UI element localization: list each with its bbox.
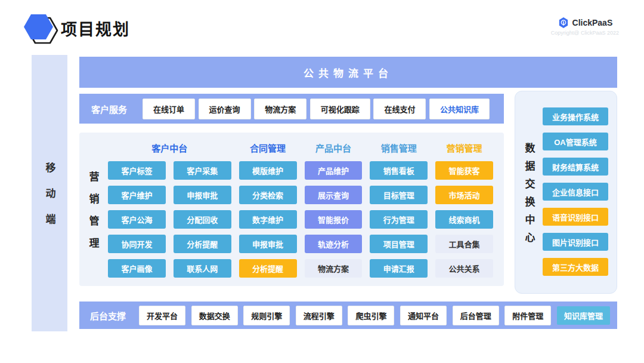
service-button[interactable]: 物流方案 [254,99,306,119]
module-button[interactable]: 申报审批 [239,235,297,253]
column-header: 销售管理 [370,140,428,155]
backend-support-bar: 后台支撑 开发平台数据交换规则引擎流程引擎爬虫引擎通知平台后台管理附件管理知识库… [79,302,617,329]
module-button[interactable]: 智能报价 [305,210,363,229]
module-button[interactable]: 客户维护 [108,186,166,204]
platform-banner-title: 公共物流平台 [304,65,393,80]
service-button[interactable]: 公共知识库 [429,99,490,119]
module-button[interactable]: 项目管理 [370,235,428,253]
module-button[interactable]: 线索商机 [435,210,493,229]
module-button[interactable]: 智能获客 [435,161,493,180]
column-header: 营销管理 [435,140,493,155]
marketing-side: 营销管理 [79,133,107,286]
module-button[interactable]: 申请汇报 [370,259,428,278]
column-header: 客户中台 [108,140,231,155]
module-button[interactable]: 模版维护 [239,161,297,180]
customer-service-bar: 客户服务 在线订单运价查询物流方案可视化跟踪在线支付公共知识库 [79,94,504,124]
column-header: 合同管理 [239,140,297,155]
copyright-text: Copyright@ ClickPaaS 2022 [551,30,619,36]
page: 项目规划 ClickPaaS Copyright@ ClickPaaS 2022… [0,0,644,363]
module-button[interactable]: 联系人网 [174,259,231,278]
module-button[interactable]: 分类检索 [239,186,297,204]
exchange-button[interactable]: 第三方大数据 [543,258,608,276]
backend-support-buttons: 开发平台数据交换规则引擎流程引擎爬虫引擎通知平台后台管理附件管理知识库管理 [139,306,610,325]
module-button[interactable]: 目标管理 [370,186,428,204]
brand: ClickPaaS Copyright@ ClickPaaS 2022 [551,17,619,36]
service-button[interactable]: 在线支付 [373,99,426,119]
marketing-grid: 客户中台合同管理产品中台销售管理营销管理客户标签客户采集模版维护产品维护销售看板… [107,133,504,286]
module-button[interactable]: 分析提醒 [174,235,231,253]
support-button[interactable]: 附件管理 [504,306,551,325]
support-button[interactable]: 规则引擎 [243,306,290,325]
support-button[interactable]: 爬虫引擎 [348,306,394,325]
support-button[interactable]: 数据交换 [191,306,238,325]
module-button[interactable]: 分析提醒 [239,259,297,278]
support-button[interactable]: 流程引擎 [296,306,342,325]
column-header: 产品中台 [305,140,363,155]
mobile-side-bar: 移动端 [32,55,67,331]
exchange-button[interactable]: OA管理系统 [543,133,608,150]
brand-name: ClickPaaS [572,18,613,27]
exchange-button[interactable]: 语音识别接口 [543,208,608,226]
module-button[interactable]: 市场活动 [435,186,493,204]
service-button[interactable]: 在线订单 [143,99,195,119]
module-button[interactable]: 客户公海 [108,210,166,229]
data-exchange-panel: 数据交换中心 业务操作系统OA管理系统财务结算系统企业信息接口语音识别接口图片识… [515,91,617,294]
data-exchange-side: 数据交换中心 [515,91,543,293]
marketing-panel: 营销管理 客户中台合同管理产品中台销售管理营销管理客户标签客户采集模版维护产品维… [79,133,504,286]
mobile-side-bar-label: 移动端 [42,162,57,239]
clickpaas-logo-icon [558,17,569,29]
module-button[interactable]: 数字维护 [239,210,297,229]
module-button[interactable]: 公共关系 [435,259,493,278]
data-exchange-side-label: 数据交换中心 [522,143,537,250]
module-button[interactable]: 客户画像 [108,259,166,278]
module-button[interactable]: 物流方案 [305,259,363,278]
exchange-button[interactable]: 企业信息接口 [543,183,608,201]
page-title: 项目规划 [61,17,130,40]
module-button[interactable]: 产品维护 [305,161,363,180]
module-button[interactable]: 销售看板 [370,161,428,180]
platform-banner: 公共物流平台 [79,57,617,88]
exchange-button[interactable]: 业务操作系统 [543,107,608,125]
customer-service-label: 客户服务 [91,103,127,115]
module-button[interactable]: 行为管理 [370,210,428,229]
marketing-side-label: 营销管理 [86,171,101,260]
support-button[interactable]: 开发平台 [139,306,185,325]
backend-support-label: 后台支撑 [90,309,126,322]
module-button[interactable]: 工具合集 [435,235,493,253]
module-button[interactable]: 轨迹分析 [305,235,363,253]
module-button[interactable]: 申报审批 [174,186,231,204]
module-button[interactable]: 展示查询 [305,186,363,204]
module-button[interactable]: 客户标签 [108,161,166,180]
module-button[interactable]: 客户采集 [174,161,231,180]
service-button[interactable]: 可视化跟踪 [310,99,370,119]
hexagon-logo-icon [23,12,60,45]
data-exchange-buttons: 业务操作系统OA管理系统财务结算系统企业信息接口语音识别接口图片识别接口第三方大… [543,91,617,293]
support-button[interactable]: 知识库管理 [557,306,610,325]
support-button[interactable]: 后台管理 [453,306,499,325]
module-button[interactable]: 协同开发 [108,235,166,253]
exchange-button[interactable]: 图片识别接口 [543,233,608,251]
customer-service-buttons: 在线订单运价查询物流方案可视化跟踪在线支付公共知识库 [143,99,490,119]
module-button[interactable]: 分配回收 [174,210,231,229]
support-button[interactable]: 通知平台 [400,306,447,325]
service-button[interactable]: 运价查询 [199,99,251,119]
exchange-button[interactable]: 财务结算系统 [543,158,608,176]
